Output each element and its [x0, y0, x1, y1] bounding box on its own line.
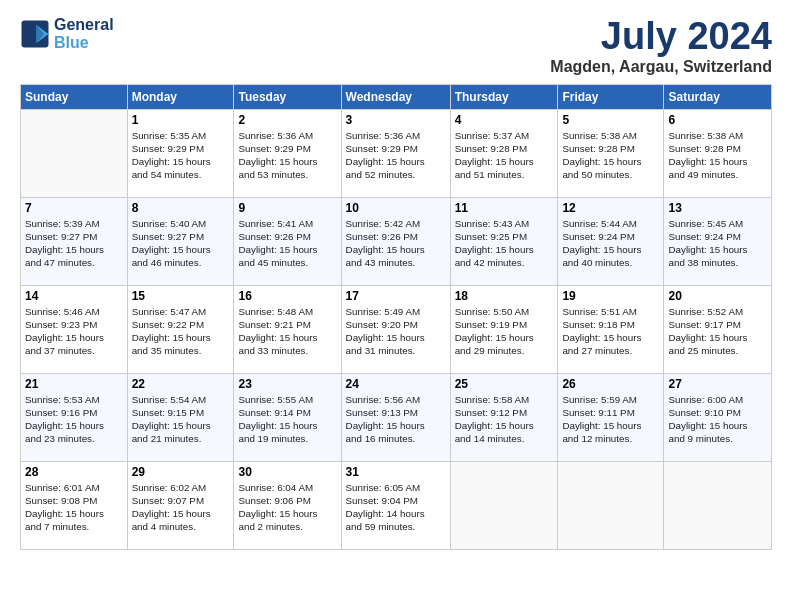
calendar-cell: 10Sunrise: 5:42 AM Sunset: 9:26 PM Dayli…	[341, 197, 450, 285]
day-number: 1	[132, 113, 230, 127]
col-friday: Friday	[558, 84, 664, 109]
calendar-cell: 25Sunrise: 5:58 AM Sunset: 9:12 PM Dayli…	[450, 373, 558, 461]
day-info: Sunrise: 5:39 AM Sunset: 9:27 PM Dayligh…	[25, 217, 123, 270]
day-number: 27	[668, 377, 767, 391]
calendar-cell: 29Sunrise: 6:02 AM Sunset: 9:07 PM Dayli…	[127, 461, 234, 549]
calendar-header-row: Sunday Monday Tuesday Wednesday Thursday…	[21, 84, 772, 109]
day-number: 20	[668, 289, 767, 303]
calendar-cell: 1Sunrise: 5:35 AM Sunset: 9:29 PM Daylig…	[127, 109, 234, 197]
calendar-week-row: 7Sunrise: 5:39 AM Sunset: 9:27 PM Daylig…	[21, 197, 772, 285]
col-thursday: Thursday	[450, 84, 558, 109]
day-number: 24	[346, 377, 446, 391]
calendar-cell: 16Sunrise: 5:48 AM Sunset: 9:21 PM Dayli…	[234, 285, 341, 373]
day-info: Sunrise: 5:56 AM Sunset: 9:13 PM Dayligh…	[346, 393, 446, 446]
calendar-cell: 26Sunrise: 5:59 AM Sunset: 9:11 PM Dayli…	[558, 373, 664, 461]
col-wednesday: Wednesday	[341, 84, 450, 109]
calendar-cell	[558, 461, 664, 549]
day-info: Sunrise: 5:47 AM Sunset: 9:22 PM Dayligh…	[132, 305, 230, 358]
day-info: Sunrise: 5:44 AM Sunset: 9:24 PM Dayligh…	[562, 217, 659, 270]
day-info: Sunrise: 5:53 AM Sunset: 9:16 PM Dayligh…	[25, 393, 123, 446]
calendar-week-row: 1Sunrise: 5:35 AM Sunset: 9:29 PM Daylig…	[21, 109, 772, 197]
calendar-table: Sunday Monday Tuesday Wednesday Thursday…	[20, 84, 772, 550]
day-number: 31	[346, 465, 446, 479]
calendar-cell	[450, 461, 558, 549]
day-number: 30	[238, 465, 336, 479]
day-info: Sunrise: 5:51 AM Sunset: 9:18 PM Dayligh…	[562, 305, 659, 358]
calendar-week-row: 21Sunrise: 5:53 AM Sunset: 9:16 PM Dayli…	[21, 373, 772, 461]
day-number: 18	[455, 289, 554, 303]
day-info: Sunrise: 5:50 AM Sunset: 9:19 PM Dayligh…	[455, 305, 554, 358]
day-number: 12	[562, 201, 659, 215]
col-saturday: Saturday	[664, 84, 772, 109]
day-info: Sunrise: 5:49 AM Sunset: 9:20 PM Dayligh…	[346, 305, 446, 358]
day-number: 9	[238, 201, 336, 215]
logo: General Blue	[20, 16, 114, 52]
col-tuesday: Tuesday	[234, 84, 341, 109]
day-number: 6	[668, 113, 767, 127]
calendar-cell: 9Sunrise: 5:41 AM Sunset: 9:26 PM Daylig…	[234, 197, 341, 285]
calendar-cell: 13Sunrise: 5:45 AM Sunset: 9:24 PM Dayli…	[664, 197, 772, 285]
day-number: 15	[132, 289, 230, 303]
day-number: 3	[346, 113, 446, 127]
calendar-cell: 8Sunrise: 5:40 AM Sunset: 9:27 PM Daylig…	[127, 197, 234, 285]
calendar-cell: 24Sunrise: 5:56 AM Sunset: 9:13 PM Dayli…	[341, 373, 450, 461]
day-info: Sunrise: 5:36 AM Sunset: 9:29 PM Dayligh…	[346, 129, 446, 182]
logo-icon	[20, 19, 50, 49]
day-number: 17	[346, 289, 446, 303]
calendar-cell: 21Sunrise: 5:53 AM Sunset: 9:16 PM Dayli…	[21, 373, 128, 461]
day-info: Sunrise: 6:00 AM Sunset: 9:10 PM Dayligh…	[668, 393, 767, 446]
day-info: Sunrise: 5:40 AM Sunset: 9:27 PM Dayligh…	[132, 217, 230, 270]
day-number: 2	[238, 113, 336, 127]
day-info: Sunrise: 5:45 AM Sunset: 9:24 PM Dayligh…	[668, 217, 767, 270]
day-number: 28	[25, 465, 123, 479]
day-number: 23	[238, 377, 336, 391]
location: Magden, Aargau, Switzerland	[550, 58, 772, 76]
day-info: Sunrise: 5:54 AM Sunset: 9:15 PM Dayligh…	[132, 393, 230, 446]
day-info: Sunrise: 5:43 AM Sunset: 9:25 PM Dayligh…	[455, 217, 554, 270]
day-number: 29	[132, 465, 230, 479]
day-number: 11	[455, 201, 554, 215]
calendar-cell	[21, 109, 128, 197]
calendar-cell: 30Sunrise: 6:04 AM Sunset: 9:06 PM Dayli…	[234, 461, 341, 549]
calendar-week-row: 28Sunrise: 6:01 AM Sunset: 9:08 PM Dayli…	[21, 461, 772, 549]
calendar-cell: 22Sunrise: 5:54 AM Sunset: 9:15 PM Dayli…	[127, 373, 234, 461]
day-info: Sunrise: 5:41 AM Sunset: 9:26 PM Dayligh…	[238, 217, 336, 270]
day-number: 19	[562, 289, 659, 303]
day-info: Sunrise: 5:38 AM Sunset: 9:28 PM Dayligh…	[562, 129, 659, 182]
day-number: 21	[25, 377, 123, 391]
calendar-cell	[664, 461, 772, 549]
header: General Blue July 2024 Magden, Aargau, S…	[20, 16, 772, 76]
day-info: Sunrise: 6:05 AM Sunset: 9:04 PM Dayligh…	[346, 481, 446, 534]
day-number: 16	[238, 289, 336, 303]
calendar-cell: 31Sunrise: 6:05 AM Sunset: 9:04 PM Dayli…	[341, 461, 450, 549]
logo-text: General Blue	[54, 16, 114, 52]
calendar-cell: 15Sunrise: 5:47 AM Sunset: 9:22 PM Dayli…	[127, 285, 234, 373]
day-info: Sunrise: 5:58 AM Sunset: 9:12 PM Dayligh…	[455, 393, 554, 446]
day-info: Sunrise: 5:37 AM Sunset: 9:28 PM Dayligh…	[455, 129, 554, 182]
col-sunday: Sunday	[21, 84, 128, 109]
calendar-cell: 5Sunrise: 5:38 AM Sunset: 9:28 PM Daylig…	[558, 109, 664, 197]
day-info: Sunrise: 6:02 AM Sunset: 9:07 PM Dayligh…	[132, 481, 230, 534]
day-number: 5	[562, 113, 659, 127]
day-number: 13	[668, 201, 767, 215]
calendar-cell: 23Sunrise: 5:55 AM Sunset: 9:14 PM Dayli…	[234, 373, 341, 461]
col-monday: Monday	[127, 84, 234, 109]
calendar-cell: 4Sunrise: 5:37 AM Sunset: 9:28 PM Daylig…	[450, 109, 558, 197]
day-number: 26	[562, 377, 659, 391]
day-number: 14	[25, 289, 123, 303]
day-number: 7	[25, 201, 123, 215]
day-info: Sunrise: 5:35 AM Sunset: 9:29 PM Dayligh…	[132, 129, 230, 182]
day-info: Sunrise: 5:38 AM Sunset: 9:28 PM Dayligh…	[668, 129, 767, 182]
day-info: Sunrise: 5:59 AM Sunset: 9:11 PM Dayligh…	[562, 393, 659, 446]
day-info: Sunrise: 5:52 AM Sunset: 9:17 PM Dayligh…	[668, 305, 767, 358]
day-number: 8	[132, 201, 230, 215]
day-info: Sunrise: 6:01 AM Sunset: 9:08 PM Dayligh…	[25, 481, 123, 534]
calendar-cell: 2Sunrise: 5:36 AM Sunset: 9:29 PM Daylig…	[234, 109, 341, 197]
calendar-cell: 19Sunrise: 5:51 AM Sunset: 9:18 PM Dayli…	[558, 285, 664, 373]
calendar-cell: 3Sunrise: 5:36 AM Sunset: 9:29 PM Daylig…	[341, 109, 450, 197]
day-info: Sunrise: 5:55 AM Sunset: 9:14 PM Dayligh…	[238, 393, 336, 446]
calendar-week-row: 14Sunrise: 5:46 AM Sunset: 9:23 PM Dayli…	[21, 285, 772, 373]
calendar-cell: 28Sunrise: 6:01 AM Sunset: 9:08 PM Dayli…	[21, 461, 128, 549]
day-number: 10	[346, 201, 446, 215]
day-number: 22	[132, 377, 230, 391]
